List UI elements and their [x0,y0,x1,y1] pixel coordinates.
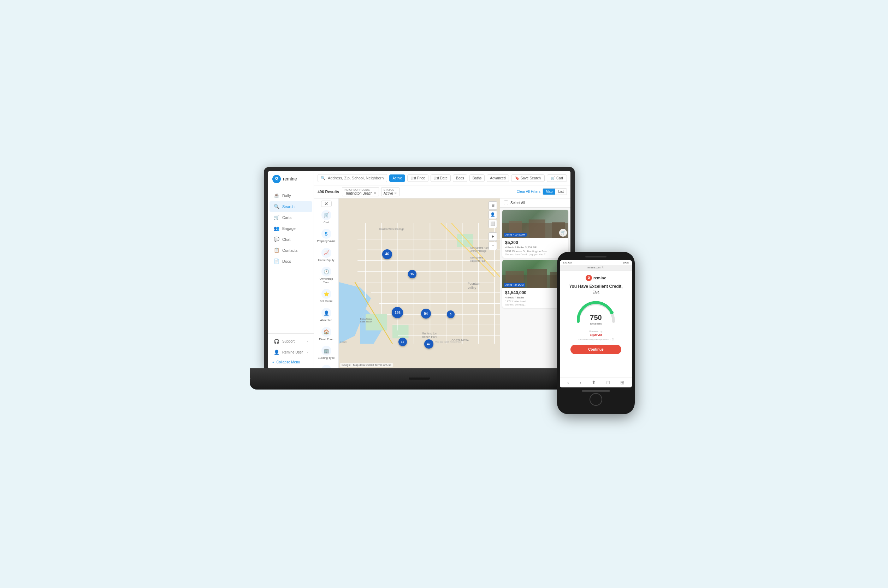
sidebar-item-engage[interactable]: 👥 Engage [270,223,312,234]
tool-home-equity[interactable]: 📈 Home Equity [315,246,338,264]
select-all-row: Select All [500,198,570,208]
card-1-cart-icon[interactable]: 🛒 [559,229,567,237]
map-pin-17[interactable]: 17 [398,338,407,346]
list-view-button[interactable]: List [555,189,567,195]
cart-icon: 🛒 [550,176,555,180]
phone-outer: 9:41 AM 100% remine.com ↻ [557,252,635,414]
sidebar-item-support[interactable]: 🎧 Support › [270,336,312,347]
phone-speaker [585,256,606,258]
sidebar-item-contacts[interactable]: 📋 Contacts [270,245,312,256]
filter-listdate-btn[interactable]: List Date [430,174,451,182]
phone-credit-title: You Have Excellent Credit, [569,284,622,289]
map-ctrl-person[interactable]: 👤 [489,210,497,219]
neighborhoods-tag-close[interactable]: ✕ [374,191,376,195]
svg-text:Map data ©2018 Terms of Use: Map data ©2018 Terms of Use [435,340,461,342]
engage-label: Engage [282,226,296,231]
phone-tabs-btn[interactable]: ⊞ [620,380,624,385]
tool-sell-score-label: Sell Score [320,300,332,303]
phone-bookmark-btn[interactable]: □ [606,380,609,385]
sidebar-item-carts[interactable]: 🛒 Carts [270,212,312,223]
tool-absentee[interactable]: 👤 Absentee [315,306,338,324]
tool-cart[interactable]: 🛒 Cart [315,208,338,226]
svg-text:Mile Square Park: Mile Square Park [470,246,489,249]
sidebar-item-search[interactable]: 🔍 Search [270,201,312,212]
map-ctrl-square[interactable]: ⬜ [489,220,497,228]
collapse-label: Collapse Menu [277,360,300,364]
continue-button[interactable]: Continue [570,345,621,354]
laptop-foot [250,379,589,390]
filter-baths-btn[interactable]: Baths [470,174,485,182]
results-actions: Clear All Filters Map List [517,188,567,195]
map-ctrl-layers[interactable]: ⊞ [489,201,497,210]
tool-sell-score[interactable]: ⭐ Sell Score [315,287,338,305]
status-tag-value: Active ✕ [384,191,397,195]
calc-info: Calculated using VantageScore 3.0 ⓘ [578,338,614,341]
tool-more-icon: ▾▾ [321,365,332,368]
support-icon: 🎧 [274,339,279,344]
engage-icon: 👥 [274,226,279,231]
tool-ownership-time[interactable]: 🕐 Ownership Time [315,265,338,286]
clear-all-filters-button[interactable]: Clear All Filters [517,190,540,194]
sidebar-item-user[interactable]: 👤 Remine User › [270,347,312,358]
results-count: 496 Results [318,190,339,194]
topbar: 🔍 Active List Price List Date Beds Baths… [314,171,570,185]
tool-more[interactable]: ▾▾ [315,363,338,368]
user-arrow: › [307,351,308,354]
search-input[interactable] [328,176,384,180]
sidebar: remine ☕ Daily 🔍 Search [268,171,314,368]
map-pin-15[interactable]: 15 [408,270,417,278]
map-attribution: Google · Map data ©2018 Terms of Use [340,363,393,367]
close-map-tool-button[interactable]: ✕ [321,201,332,207]
tool-absentee-icon: 👤 [321,308,332,318]
filter-beds-btn[interactable]: Beds [453,174,467,182]
cart-button[interactable]: 🛒 Cart [547,174,567,182]
tool-building-type[interactable]: 🏢 Building Type [315,344,338,362]
tool-flood-zone-label: Flood Zone [319,338,333,341]
filter-advanced-btn[interactable]: Advanced [487,174,508,182]
phone-share-btn[interactable]: ⬆ [592,380,596,385]
property-card-1: Active • 124 DOM 🛒 $5,200 4 Beds 3 Baths… [502,210,568,258]
tool-ownership-time-label: Ownership Time [316,277,336,284]
tool-property-value[interactable]: $ Property Value [315,227,338,245]
tool-ownership-time-icon: 🕐 [321,267,332,276]
chat-label: Chat [282,237,290,242]
laptop-screen: remine ☕ Daily 🔍 Search [268,171,570,368]
map-container[interactable]: Fountain Valley Golden West College Mile… [339,198,500,368]
svg-text:Archery Range: Archery Range [470,249,486,252]
phone-forward-btn[interactable]: › [580,380,581,385]
collapse-menu[interactable]: « Collapse Menu [268,358,314,366]
powered-by-text: Powered by [590,330,603,333]
status-tag-label: STATUS [384,188,397,191]
support-arrow: › [307,340,308,343]
map-view-button[interactable]: Map [543,189,555,195]
filter-tag-status: STATUS Active ✕ [381,187,399,196]
laptop-notch [409,378,430,380]
refresh-icon[interactable]: ↻ [602,266,604,269]
select-all-checkbox[interactable] [504,201,508,205]
phone-nav-bar: ‹ › ⬆ □ ⊞ [560,377,632,387]
sidebar-item-daily[interactable]: ☕ Daily [270,190,312,201]
map-zoom-out[interactable]: − [489,242,497,250]
status-tag-close[interactable]: ✕ [394,191,397,195]
map-pin-3[interactable]: 3 [447,310,454,318]
save-search-button[interactable]: 🔖 Save Search [511,174,544,182]
tool-flood-zone[interactable]: 🏠 Flood Zone [315,325,338,343]
filter-tags: NEIGHBORHOODS Huntington Beach ✕ STATUS [342,187,514,196]
filter-listprice-btn[interactable]: List Price [407,174,428,182]
laptop-outer: remine ☕ Daily 🔍 Search [264,167,575,368]
tool-property-value-label: Property Value [317,240,335,243]
map-pin-94[interactable]: 94 [421,309,431,318]
svg-rect-6 [392,325,409,338]
card-img-1: Active • 124 DOM 🛒 [502,210,568,238]
sidebar-item-docs[interactable]: 📄 Docs [270,256,312,267]
tool-building-type-label: Building Type [318,356,335,360]
map-pin-46[interactable]: 46 [382,249,392,259]
search-input-wrap[interactable]: 🔍 [318,174,387,182]
phone-home-button[interactable] [590,393,602,406]
map-pin-47[interactable]: 47 [424,339,434,348]
sidebar-item-chat[interactable]: 💬 Chat [270,234,312,245]
filter-active-btn[interactable]: Active [389,174,405,182]
phone-back-btn[interactable]: ‹ [567,380,569,385]
phone: 9:41 AM 100% remine.com ↻ [554,252,638,421]
map-zoom-in[interactable]: + [489,232,497,241]
